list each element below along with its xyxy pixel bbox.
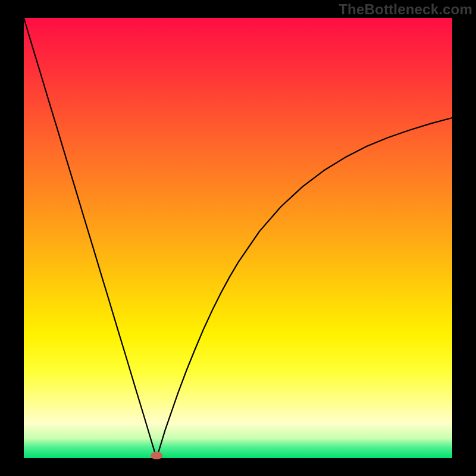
watermark-text: TheBottleneck.com <box>339 1 472 18</box>
bottleneck-chart <box>0 0 476 476</box>
chart-frame: TheBottleneck.com <box>0 0 476 476</box>
chart-background <box>24 18 452 458</box>
vertex-marker <box>151 452 162 459</box>
